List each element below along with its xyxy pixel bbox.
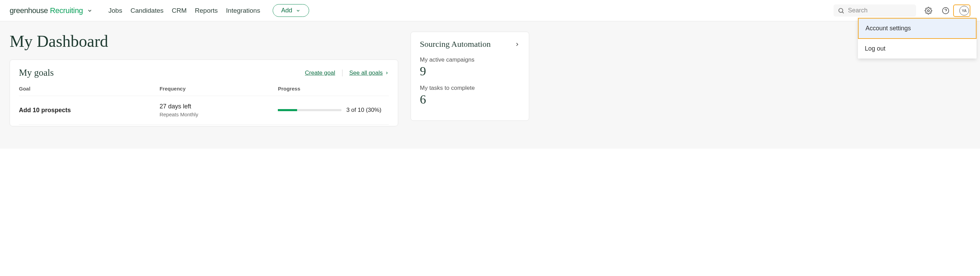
side-column: Sourcing Automation My active campaigns … (410, 32, 529, 121)
col-progress: Progress (278, 86, 389, 91)
stat-label: My tasks to complete (420, 85, 520, 91)
nav-candidates[interactable]: Candidates (130, 7, 163, 14)
goals-card-title: My goals (19, 67, 305, 78)
progress-fill (278, 109, 297, 111)
goals-table-head: Goal Frequency Progress (19, 86, 389, 96)
help-icon[interactable] (941, 6, 950, 16)
top-nav: greenhouse Recruiting Jobs Candidates CR… (0, 0, 980, 21)
main-column: My Dashboard My goals Create goal See al… (10, 32, 398, 126)
search-icon (838, 7, 845, 14)
svg-point-0 (839, 8, 843, 13)
nav-integrations[interactable]: Integrations (226, 7, 260, 14)
gear-icon[interactable] (924, 6, 933, 16)
stat-label: My active campaigns (420, 56, 520, 63)
goals-table: Goal Frequency Progress Add 10 prospects… (19, 86, 389, 124)
add-button[interactable]: Add (273, 4, 309, 17)
sourcing-automation-card: Sourcing Automation My active campaigns … (410, 32, 529, 121)
col-goal: Goal (19, 86, 159, 91)
logo-text-recruiting: Recruiting (50, 6, 83, 15)
table-row: Add 10 prospects 27 days left Repeats Mo… (19, 96, 389, 124)
search-box[interactable] (834, 5, 916, 16)
goals-card: My goals Create goal See all goals Goal … (10, 59, 398, 126)
logo-text-greenhouse: greenhouse (10, 6, 48, 15)
page-title: My Dashboard (10, 32, 398, 51)
progress-text: 3 of 10 (30%) (346, 107, 381, 113)
progress-bar (278, 109, 342, 111)
avatar[interactable]: YA (959, 6, 969, 16)
chevron-down-icon[interactable] (87, 8, 92, 13)
svg-line-1 (842, 12, 844, 13)
nav-links: Jobs Candidates CRM Reports Integrations (108, 7, 260, 14)
user-menu-dropdown: Account settings Log out (858, 18, 977, 59)
goals-card-actions: Create goal See all goals (305, 70, 389, 77)
frequency-sub: Repeats Monthly (159, 112, 278, 117)
frequency-main: 27 days left (159, 103, 278, 110)
page-body: My Dashboard My goals Create goal See al… (0, 21, 980, 149)
goals-card-header: My goals Create goal See all goals (19, 67, 389, 78)
stat-block: My active campaigns 9 (420, 56, 520, 78)
col-frequency: Frequency (159, 86, 278, 91)
stat-value: 6 (420, 92, 520, 107)
create-goal-link[interactable]: Create goal (305, 70, 335, 77)
goal-name: Add 10 prospects (19, 107, 159, 114)
stat-block: My tasks to complete 6 (420, 85, 520, 107)
chevron-right-icon (514, 41, 520, 47)
nav-jobs[interactable]: Jobs (108, 7, 122, 14)
chevron-down-icon (296, 8, 301, 13)
add-button-label: Add (281, 7, 292, 14)
see-all-goals-label: See all goals (349, 70, 383, 77)
sourcing-card-title: Sourcing Automation (420, 40, 491, 49)
sourcing-card-header[interactable]: Sourcing Automation (420, 40, 520, 49)
nav-crm[interactable]: CRM (172, 7, 187, 14)
goal-progress: 3 of 10 (30%) (278, 107, 389, 113)
logo[interactable]: greenhouse Recruiting (10, 6, 92, 15)
nav-reports[interactable]: Reports (195, 7, 218, 14)
goal-frequency: 27 days left Repeats Monthly (159, 103, 278, 117)
see-all-goals-link[interactable]: See all goals (349, 70, 389, 77)
menu-account-settings[interactable]: Account settings (858, 18, 977, 39)
avatar-highlight: YA (953, 5, 970, 17)
stat-value: 9 (420, 64, 520, 78)
search-input[interactable] (848, 7, 912, 14)
svg-point-3 (942, 7, 949, 13)
svg-point-2 (928, 10, 929, 12)
chevron-right-icon (385, 71, 389, 75)
divider (342, 70, 342, 77)
menu-log-out[interactable]: Log out (858, 39, 977, 59)
